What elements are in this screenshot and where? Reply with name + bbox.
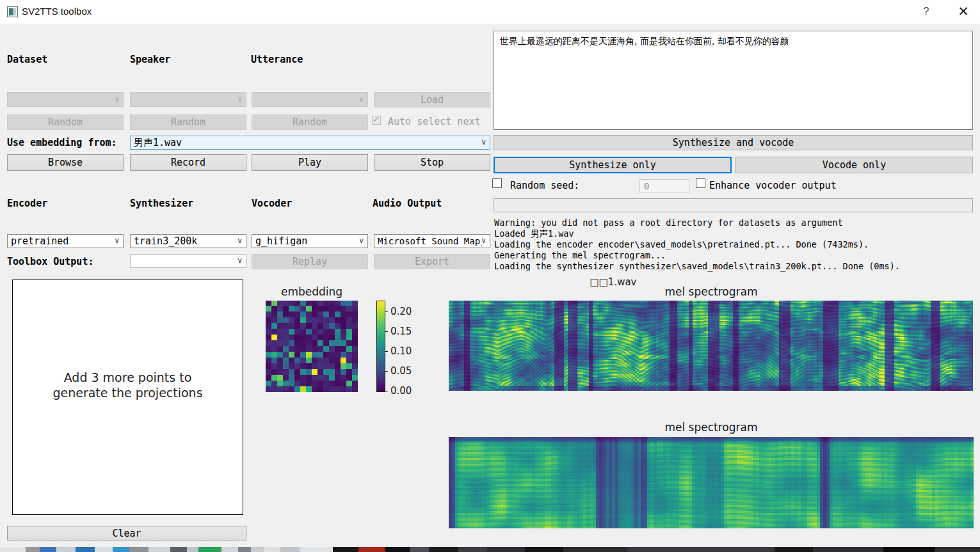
taskbar-app-fragment (458, 547, 486, 552)
projections-panel[interactable]: Add 3 more points to generate the projec… (12, 280, 243, 515)
log-line: Loading the encoder encoder\saved_models… (494, 239, 974, 250)
toolbox-output-select[interactable]: ∨ (130, 254, 246, 268)
dataset-select[interactable]: ∨ (7, 92, 124, 107)
replay-button[interactable]: Replay (252, 254, 368, 269)
synthesizer-value: train3_200k (134, 235, 197, 247)
embedding-source-select[interactable]: 男声1.wav∨ (130, 136, 490, 150)
vocoder-label: Vocoder (252, 198, 292, 209)
taskbar-app-fragment (76, 547, 95, 552)
taskbar-app-fragment (563, 547, 627, 552)
mel-spectrogram-bottom (449, 437, 974, 528)
taskbar-app-fragment (149, 547, 170, 552)
vocode-only-button[interactable]: Vocode only (735, 157, 973, 173)
enhance-label: Enhance vocoder output (709, 180, 837, 191)
encoder-select[interactable]: pretrained∨ (7, 234, 124, 248)
random-seed-label: Random seed: (510, 180, 579, 191)
chevron-down-icon: ∨ (358, 95, 364, 104)
colorbar-tick-label: 0.15 (390, 326, 412, 337)
taskbar-app-fragment (280, 547, 300, 552)
taskbar-app-fragment (187, 547, 198, 552)
taskbar-app-fragment (775, 547, 813, 552)
stop-button[interactable]: Stop (374, 154, 490, 171)
mel-title-top: mel spectrogram (628, 285, 794, 298)
browse-button[interactable]: Browse (7, 154, 124, 171)
taskbar-app-fragment (935, 547, 980, 552)
encoder-label: Encoder (7, 198, 47, 209)
audio-output-label: Audio Output (373, 198, 442, 209)
log-line: Generating the mel spectrogram... (494, 250, 974, 261)
clear-button[interactable]: Clear (7, 526, 246, 540)
synthesize-vocode-button[interactable]: Synthesize and vocode (494, 135, 973, 150)
colorbar (376, 301, 385, 392)
app-icon (7, 6, 18, 17)
enhance-checkbox[interactable] (696, 178, 705, 188)
synthesizer-select[interactable]: train3_200k∨ (130, 234, 246, 248)
utterance-select[interactable]: ∨ (252, 92, 368, 107)
taskbar-app-fragment (0, 547, 26, 552)
use-embedding-label: Use embedding from: (7, 137, 117, 148)
taskbar-app-fragment (410, 547, 429, 552)
random-dataset-button[interactable]: Random (7, 114, 124, 130)
app-window: SV2TTS toolbox ? ✕ Dataset Speaker Utter… (0, 0, 980, 552)
colorbar-tick-label: 0.10 (390, 345, 412, 357)
chevron-down-icon: ∨ (114, 236, 120, 245)
chevron-down-icon: ∨ (237, 95, 243, 104)
taskbar-app-fragment (113, 547, 129, 552)
taskbar-app-fragment (238, 547, 251, 552)
text-prompt-input[interactable]: 世界上最遥远的距离不是天涯海角, 而是我站在你面前, 却看不见你的容颜 (494, 31, 973, 130)
mel-title-bottom: mel spectrogram (628, 421, 794, 434)
utterance-label: Utterance (251, 54, 303, 65)
chevron-down-icon: ∨ (481, 236, 486, 245)
load-button[interactable]: Load (374, 92, 490, 107)
check-icon: ✓ (373, 114, 380, 124)
audio-output-select[interactable]: Microsoft Sound Mapp∨ (374, 234, 490, 248)
random-speaker-button[interactable]: Random (130, 114, 246, 130)
log-line: Warning: you did not pass a root directo… (494, 217, 974, 228)
help-button[interactable]: ? (917, 4, 936, 19)
random-utterance-button[interactable]: Random (252, 114, 368, 130)
taskbar-app-fragment (129, 547, 149, 552)
colorbar-tick (385, 351, 388, 352)
chevron-down-icon: ∨ (114, 95, 120, 104)
taskbar-app-fragment (813, 547, 883, 552)
log-line: Loading the synthesizer synthesizer\save… (494, 261, 974, 272)
close-button[interactable]: ✕ (954, 4, 973, 19)
taskbar-app-fragment (221, 547, 238, 552)
progress-bar (494, 198, 973, 212)
taskbar-app-fragment (358, 547, 385, 552)
toolbox-output-label: Toolbox Output: (7, 256, 93, 267)
taskbar-app-fragment (95, 547, 113, 552)
synthesize-only-button[interactable]: Synthesize only (494, 157, 732, 173)
record-button[interactable]: Record (130, 154, 246, 171)
taskbar-app-fragment (333, 547, 358, 552)
taskbar-app-fragment (26, 547, 40, 552)
random-seed-checkbox[interactable] (492, 178, 502, 188)
taskbar-app-fragment (264, 547, 280, 552)
encoder-value: pretrained (11, 235, 68, 247)
chevron-down-icon: ∨ (358, 236, 364, 245)
chevron-down-icon: ∨ (481, 138, 486, 146)
colorbar-tick-label: 0.05 (390, 365, 412, 377)
auto-select-checkbox[interactable]: ✓ (372, 116, 381, 125)
colorbar-tick-label: 0.00 (390, 385, 412, 397)
taskbar-app-fragment (429, 547, 458, 552)
taskbar-app-fragment (56, 547, 76, 552)
taskbar-app-fragment (486, 547, 525, 552)
seed-input[interactable]: 0 (639, 179, 689, 193)
taskbar-app-fragment (525, 547, 563, 552)
dataset-label: Dataset (7, 54, 47, 65)
play-button[interactable]: Play (252, 154, 368, 171)
speaker-select[interactable]: ∨ (130, 92, 246, 107)
colorbar-tick-label: 0.20 (390, 306, 412, 317)
chevron-down-icon: ∨ (237, 256, 243, 265)
vocoder-select[interactable]: g_hifigan∨ (252, 234, 368, 248)
colorbar-tick (385, 391, 388, 391)
taskbar-app-fragment (170, 547, 187, 552)
colorbar-tick (385, 371, 388, 372)
taskbar-app-fragment (251, 547, 264, 552)
taskbar-app-fragment (627, 547, 775, 552)
window-title: SV2TTS toolbox (22, 6, 92, 17)
taskbar-app-fragment (300, 547, 333, 552)
taskbar-app-fragment (198, 547, 221, 552)
export-button[interactable]: Export (374, 254, 490, 269)
